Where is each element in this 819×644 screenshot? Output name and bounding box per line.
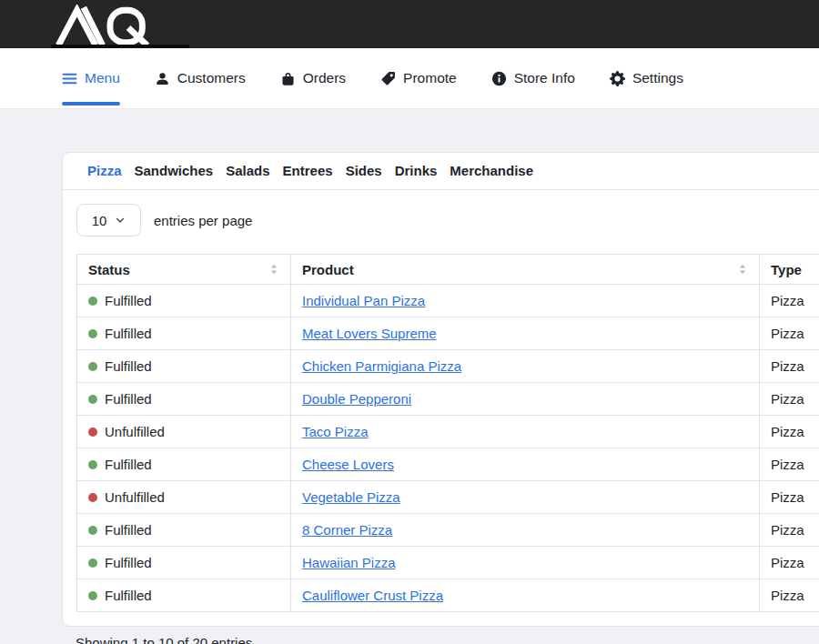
entries-per-page-select[interactable]: 10: [76, 204, 141, 236]
status-cell: Fulfilled: [77, 514, 291, 547]
status-cell: Fulfilled: [77, 579, 291, 612]
status-dot: [88, 297, 97, 306]
nav-item-orders[interactable]: Orders: [280, 48, 346, 108]
status-label: Fulfilled: [105, 588, 152, 603]
status-label: Fulfilled: [105, 457, 152, 472]
status-cell: Fulfilled: [77, 547, 291, 579]
table-summary: Showing 1 to 10 of 20 entries: [76, 635, 819, 644]
status-dot: [88, 493, 97, 502]
product-cell: Vegetable Pizza: [291, 481, 760, 514]
product-link[interactable]: Taco Pizza: [302, 424, 369, 439]
product-cell: Double Pepperoni: [291, 383, 760, 416]
gear-icon: [610, 71, 625, 86]
column-header-status[interactable]: Status: [77, 255, 291, 285]
status-label: Unfulfilled: [105, 424, 165, 439]
status-label: Fulfilled: [105, 391, 152, 407]
status-dot: [88, 329, 97, 338]
nav-item-store-info[interactable]: Store Info: [491, 48, 575, 108]
status-dot: [88, 526, 97, 535]
nav-item-menu[interactable]: Menu: [62, 48, 120, 108]
status-dot: [88, 460, 97, 469]
nav-item-label: Orders: [303, 70, 346, 86]
type-cell: Pizza: [760, 285, 819, 317]
type-cell: Pizza: [760, 416, 819, 448]
status-cell: Fulfilled: [77, 448, 291, 481]
table-row: Unfulfilled Vegetable Pizza Pizza: [77, 481, 819, 514]
type-cell: Pizza: [760, 579, 819, 612]
bag-icon: [280, 71, 296, 86]
nav-item-label: Settings: [632, 70, 683, 86]
nav-item-label: Menu: [85, 70, 120, 86]
status-dot: [88, 362, 97, 371]
product-link[interactable]: Chicken Parmigiana Pizza: [302, 358, 461, 374]
table-row: Fulfilled Chicken Parmigiana Pizza Pizza: [77, 350, 819, 383]
product-link[interactable]: Vegetable Pizza: [302, 489, 400, 505]
product-link[interactable]: Meat Lovers Supreme: [302, 326, 437, 341]
tab-sandwiches[interactable]: Sandwiches: [135, 163, 214, 178]
product-link[interactable]: Double Pepperoni: [302, 391, 411, 407]
product-cell: 8 Corner Pizza: [291, 514, 760, 547]
status-label: Fulfilled: [105, 555, 152, 570]
card-body: 10 entries per page Status: [63, 190, 819, 626]
status-label: Fulfilled: [105, 326, 152, 341]
primary-nav: Menu Customers Orders Promote Store Info: [0, 48, 819, 109]
product-link[interactable]: Cheese Lovers: [302, 457, 394, 472]
tab-pizza[interactable]: Pizza: [87, 163, 122, 178]
product-cell: Cauliflower Crust Pizza: [291, 579, 760, 612]
type-cell: Pizza: [760, 547, 819, 579]
nav-item-settings[interactable]: Settings: [610, 48, 683, 108]
hamburger-icon: [62, 71, 77, 86]
chevron-down-icon: [115, 215, 126, 226]
product-cell: Individual Pan Pizza: [291, 285, 760, 317]
tab-salads[interactable]: Salads: [226, 163, 269, 178]
status-dot: [88, 428, 97, 437]
nav-item-label: Customers: [177, 70, 246, 86]
table-row: Fulfilled Cheese Lovers Pizza: [77, 448, 819, 481]
status-label: Fulfilled: [105, 358, 152, 374]
product-link[interactable]: 8 Corner Pizza: [302, 522, 392, 538]
status-label: Unfulfilled: [105, 489, 165, 505]
top-header-bar: [0, 0, 819, 48]
tab-merchandise[interactable]: Merchandise: [450, 163, 533, 178]
status-dot: [88, 591, 97, 600]
status-cell: Unfulfilled: [77, 416, 291, 448]
product-link[interactable]: Individual Pan Pizza: [302, 293, 425, 308]
category-tabs: Pizza Sandwiches Salads Entrees Sides Dr…: [63, 153, 819, 190]
product-cell: Hawaiian Pizza: [291, 547, 760, 579]
table-row: Fulfilled Hawaiian Pizza Pizza: [77, 547, 819, 579]
sort-icon: [268, 263, 279, 276]
active-nav-underline: [62, 102, 120, 106]
nav-item-customers[interactable]: Customers: [155, 48, 246, 108]
brand-logo[interactable]: [55, 5, 162, 48]
table-row: Fulfilled Cauliflower Crust Pizza Pizza: [77, 579, 819, 612]
tab-entrees[interactable]: Entrees: [283, 163, 333, 178]
entries-per-page-row: 10 entries per page: [76, 204, 819, 236]
status-dot: [88, 558, 97, 568]
product-cell: Meat Lovers Supreme: [291, 317, 760, 350]
tab-sides[interactable]: Sides: [346, 163, 382, 178]
table-row: Fulfilled 8 Corner Pizza Pizza: [77, 514, 819, 547]
product-link[interactable]: Cauliflower Crust Pizza: [302, 588, 443, 603]
type-cell: Pizza: [760, 350, 819, 383]
table-row: Fulfilled Individual Pan Pizza Pizza: [77, 285, 819, 317]
info-icon: [491, 71, 507, 86]
column-header-type[interactable]: Type: [760, 255, 819, 285]
product-link[interactable]: Hawaiian Pizza: [302, 555, 396, 570]
nav-item-label: Promote: [403, 70, 457, 86]
column-header-label: Type: [771, 262, 802, 277]
products-table: Status: [76, 254, 819, 612]
nav-item-label: Store Info: [514, 70, 575, 86]
type-cell: Pizza: [760, 383, 819, 416]
type-cell: Pizza: [760, 448, 819, 481]
entries-per-page-label: entries per page: [154, 213, 252, 228]
entries-per-page-value: 10: [92, 213, 107, 228]
status-dot: [88, 395, 97, 404]
status-cell: Fulfilled: [77, 383, 291, 416]
tab-drinks[interactable]: Drinks: [395, 163, 438, 178]
table-row: Fulfilled Double Pepperoni Pizza: [77, 383, 819, 416]
nav-item-promote[interactable]: Promote: [380, 48, 457, 108]
column-header-product[interactable]: Product: [291, 255, 760, 285]
product-cell: Chicken Parmigiana Pizza: [291, 350, 760, 383]
sort-icon: [737, 263, 748, 276]
status-cell: Fulfilled: [77, 317, 291, 350]
